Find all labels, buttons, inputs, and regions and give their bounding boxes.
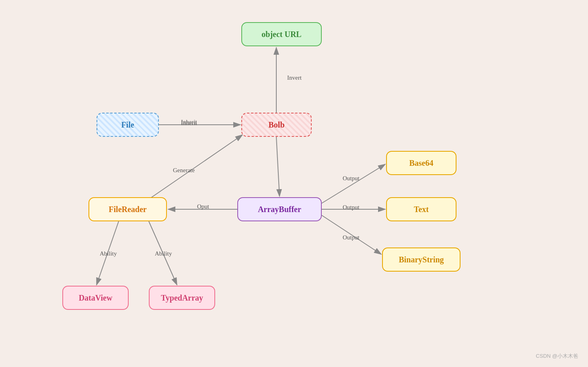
node-arraybuffer: ArrayBuffer xyxy=(237,197,322,221)
label-blob: Bolb xyxy=(268,120,284,130)
label-output1: Output xyxy=(343,175,360,182)
svg-line-5 xyxy=(276,137,280,196)
svg-line-10 xyxy=(97,221,119,285)
svg-line-11 xyxy=(149,221,177,285)
connections-svg xyxy=(0,0,588,367)
label-text: Text xyxy=(414,205,429,214)
label-typedarray: TypedArray xyxy=(161,293,203,303)
node-dataview: DataView xyxy=(62,286,129,310)
label-binarystring: BinaryString xyxy=(399,255,444,264)
label-ability1: Ability xyxy=(100,250,117,257)
node-binarystring: BinaryString xyxy=(382,247,461,272)
label-base64: Base64 xyxy=(409,159,434,168)
watermark: CSDN @小木木爸 xyxy=(536,353,578,360)
svg-line-4 xyxy=(149,135,243,199)
svg-line-9 xyxy=(322,215,381,254)
label-invert: Invert xyxy=(287,74,302,81)
node-base64: Base64 xyxy=(386,151,456,175)
node-file: File xyxy=(97,113,159,137)
diagram-container: Inherit Inherit Invert Generate Oput Out… xyxy=(0,0,588,367)
label-arraybuffer: ArrayBuffer xyxy=(258,205,301,214)
node-objecturl: object URL xyxy=(241,22,322,46)
label-dataview: DataView xyxy=(79,293,113,303)
label-inherit: Inherit xyxy=(181,119,197,126)
label-output3: Output xyxy=(343,234,360,241)
node-filereader: FileReader xyxy=(88,197,167,221)
node-blob: Bolb xyxy=(241,113,312,137)
label-objecturl: object URL xyxy=(261,30,301,39)
label-filereader: FileReader xyxy=(109,205,146,214)
node-typedarray: TypedArray xyxy=(149,286,215,310)
node-text: Text xyxy=(386,197,456,221)
label-output2: Output xyxy=(343,204,360,211)
svg-line-7 xyxy=(322,164,385,203)
label-oput: Oput xyxy=(197,203,209,210)
label-inherit-text: Inherit xyxy=(181,120,197,127)
label-generate: Generate xyxy=(173,167,195,174)
label-file: File xyxy=(121,120,134,130)
label-ability2: Ability xyxy=(155,250,172,257)
